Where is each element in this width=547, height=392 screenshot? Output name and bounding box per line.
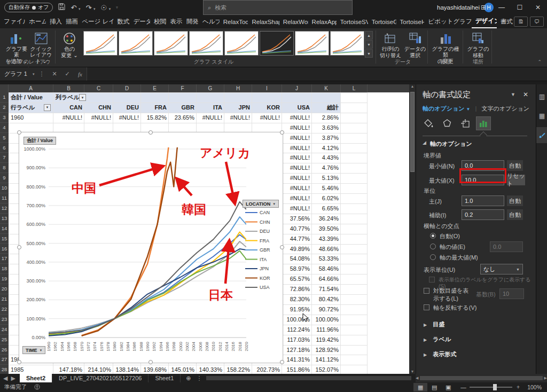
chart-style-thumbnail-7[interactable] [295, 31, 329, 56]
sheet-tab-Sheet1[interactable]: Sheet1 [149, 374, 181, 382]
cell-J16[interactable]: 49.89% [282, 244, 312, 254]
cancel-icon[interactable]: ✕ [48, 67, 61, 81]
row-header-25[interactable]: 25 [0, 335, 9, 345]
cell-E3[interactable]: 15.82% [141, 113, 169, 123]
row-header-6[interactable]: 6 [0, 143, 9, 153]
enter-icon[interactable]: ✓ [61, 67, 74, 81]
row-header-12[interactable]: 12 [0, 203, 9, 214]
cell-J19[interactable]: 65.57% [282, 274, 312, 284]
ribbon-tab-14[interactable]: RelaxApps [308, 15, 337, 28]
redo-icon[interactable]: ↷ ▾ [86, 4, 96, 12]
zoom-slider[interactable] [470, 387, 512, 388]
row-header-7[interactable]: 7 [0, 153, 9, 163]
cell-K19[interactable]: 64.66% [312, 274, 341, 284]
tabbar-split-icon[interactable]: ⋮ [196, 375, 202, 382]
cell-A1[interactable]: 合計 / Value [9, 92, 53, 103]
row-header-14[interactable]: 14 [0, 224, 9, 234]
autosave-toggle[interactable]: 自動保存 オフ [4, 3, 53, 12]
cell-F3[interactable]: 23.65% [169, 113, 197, 123]
cell-E2[interactable]: FRA [141, 103, 169, 113]
cell-J11[interactable]: #NULL! [282, 193, 312, 203]
gallery-more-icon[interactable]: ▼ [365, 49, 373, 58]
cell-J5[interactable]: #NULL! [282, 133, 312, 143]
time-field-button[interactable]: TIME▼ [22, 346, 45, 354]
ribbon-tab-18[interactable]: ピボットグラフ分析 [424, 15, 471, 28]
cell-B3[interactable]: #NULL! [53, 113, 84, 123]
sheet-tab-DP_LIVE_27042021055127206[interactable]: DP_LIVE_27042021055127206 [52, 374, 149, 382]
cell-J10[interactable]: #NULL! [282, 183, 312, 193]
cell-J17[interactable]: 54.08% [282, 254, 312, 264]
ribbon-tab-10[interactable]: ヘルプ [199, 15, 220, 28]
radio-automatic[interactable] [430, 233, 436, 239]
cell-J9[interactable]: #NULL! [282, 173, 312, 183]
column-header-F[interactable]: F [169, 84, 197, 92]
new-sheet-icon[interactable]: ⊕ [186, 375, 191, 382]
row-header-1[interactable]: 1 [0, 92, 9, 103]
cell-K5[interactable]: 3.87% [312, 133, 341, 143]
vertical-scroll-thumb[interactable] [410, 92, 415, 172]
ribbon-tab-12[interactable]: RelaxShape [248, 15, 279, 28]
legend-field-button[interactable]: LOCATION▼ [243, 200, 279, 208]
zoom-out-icon[interactable]: — [460, 384, 466, 390]
cell-C2[interactable]: CHN [84, 103, 113, 113]
gallery-scroll-up-icon[interactable]: ▲ [365, 31, 373, 40]
chart-style-thumbnail-8[interactable] [330, 31, 364, 56]
ribbon-tab-0[interactable]: ファイル [0, 15, 25, 28]
cell-D3[interactable]: #NULL! [113, 113, 141, 123]
cell-K23[interactable]: 100.00% [312, 315, 341, 325]
cell-J27[interactable]: 141.31% [282, 355, 312, 365]
cell-H2[interactable]: JPN [224, 103, 252, 113]
section-labels[interactable]: ▶ ラベル [424, 335, 451, 343]
chart-selection-handle[interactable] [280, 245, 284, 249]
ribbon-tab-15[interactable]: TortoiseSVN [337, 15, 368, 28]
undo-icon[interactable]: ↶ ▾ [71, 4, 80, 12]
ribbon-tab-7[interactable]: 校閲 [150, 15, 166, 28]
cell-K22[interactable]: 90.72% [312, 304, 341, 315]
row-header-13[interactable]: 13 [0, 214, 9, 224]
row-header-18[interactable]: 18 [0, 264, 9, 274]
cell-C3[interactable]: #NULL! [84, 113, 113, 123]
ribbon-tab-5[interactable]: 数式 [113, 15, 129, 28]
cell-J2[interactable]: USA [282, 103, 312, 113]
calculator-icon[interactable]: ▦ [536, 108, 547, 124]
row-header-9[interactable]: 9 [0, 173, 9, 183]
row-header-2[interactable]: 2 [0, 103, 9, 113]
cell-K17[interactable]: 53.33% [312, 254, 341, 264]
cell-J4[interactable]: #NULL! [282, 123, 312, 133]
change-colors-button[interactable]: 色の 変更 ⌄ [58, 30, 81, 64]
cell-K6[interactable]: 4.12% [312, 143, 341, 153]
chart-selection-handle[interactable] [17, 360, 21, 364]
cell-K2[interactable]: 総計 [312, 103, 341, 113]
cell-J18[interactable]: 58.97% [282, 264, 312, 274]
cell-G3[interactable]: #NULL! [197, 113, 224, 123]
chart-selection-handle[interactable] [149, 360, 153, 364]
chart-style-thumbnail-4[interactable] [189, 31, 223, 56]
row-header-23[interactable]: 23 [0, 315, 9, 325]
ribbon-tab-17[interactable]: TortoiseHg [396, 15, 425, 28]
sheet-tab-Sheet2[interactable]: Sheet2 [20, 374, 52, 382]
section-number-format[interactable]: ▶ 表示形式 [424, 350, 456, 358]
maximize-button[interactable]: ☐ [511, 0, 529, 15]
chart-selection-handle[interactable] [17, 245, 21, 249]
cell-K20[interactable]: 71.54% [312, 284, 341, 294]
horizontal-scrollbar[interactable] [206, 376, 411, 380]
touch-mode-icon[interactable]: ☉ ▾ [101, 4, 111, 12]
cell-K3[interactable]: 2.86% [312, 113, 341, 123]
chart-style-thumbnail-5[interactable] [224, 31, 259, 56]
row-header-19[interactable]: 19 [0, 274, 9, 284]
cell-K11[interactable]: 6.02% [312, 193, 341, 203]
cell-H3[interactable]: #NULL! [224, 113, 252, 123]
ribbon-tab-11[interactable]: RelaxTools [220, 15, 248, 28]
column-header-H[interactable]: H [224, 84, 252, 92]
chart-selection-handle[interactable] [149, 130, 153, 135]
display-units-dropdown[interactable]: なし ▼ [480, 264, 523, 275]
major-unit-input[interactable]: 1.0 [462, 195, 504, 206]
vertical-scrollbar[interactable]: ▲ ▼ [409, 84, 416, 374]
chart-selection-handle[interactable] [280, 130, 284, 135]
column-header-I[interactable]: I [252, 84, 282, 92]
cell-J24[interactable]: 112.24% [282, 325, 312, 335]
save-icon[interactable] [58, 3, 65, 12]
zoom-in-icon[interactable]: ＋ [515, 383, 521, 391]
row-header-16[interactable]: 16 [0, 244, 9, 254]
radio-axis-max[interactable] [430, 254, 436, 260]
